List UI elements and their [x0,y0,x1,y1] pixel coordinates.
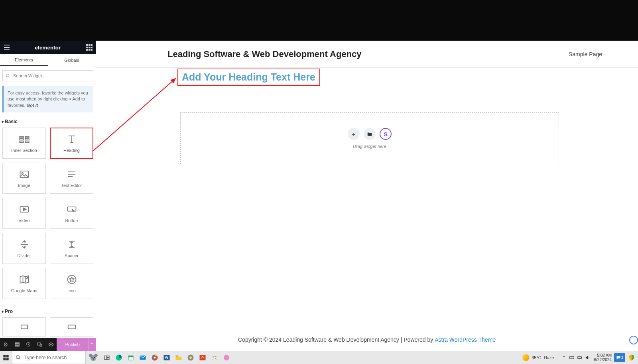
heading-widget-instance[interactable]: Add Your Heading Text Here [177,69,320,86]
widget-inner-section[interactable]: Inner Section [2,128,46,159]
tab-elements[interactable]: Elements [0,54,48,66]
taskbar-clock[interactable]: 5:02 AM 6/22/2024 [594,353,612,362]
weather-cond: Haze [544,355,554,360]
widget-button[interactable]: Button [50,198,93,229]
category-basic[interactable]: Basic [0,117,96,128]
publish-caret[interactable]: ⌃ [89,338,96,351]
svg-rect-30 [6,355,9,357]
video-icon [19,204,30,215]
chrome-icon[interactable] [149,351,161,364]
widget-pro-2[interactable] [50,317,93,336]
powerpoint-icon[interactable]: P [197,351,209,364]
svg-rect-20 [68,325,75,329]
add-section-button[interactable]: + [348,128,360,140]
tip-text: For easy access, favorite the widgets yo… [8,91,88,108]
taskbar-search[interactable]: Type here to search [12,351,86,364]
edge-icon[interactable] [113,351,125,364]
sidebar-tabs: Elements Globals [0,54,96,66]
svg-rect-43 [107,358,109,359]
notifications-button[interactable]: 3 [614,353,625,362]
svg-point-39 [94,357,95,358]
tip-gotit[interactable]: Got It [27,103,38,108]
koala-icon [88,352,98,363]
starter-button[interactable]: S [380,128,392,140]
widget-google-maps[interactable]: Google Maps [2,268,46,299]
widget-pro-1[interactable] [2,317,46,336]
tab-globals[interactable]: Globals [48,54,96,66]
drop-area[interactable]: + S Drag widget here [180,112,559,164]
search-placeholder: Type here to search [24,355,67,360]
windows-taskbar: Type here to search W P 35°C Haze [0,351,638,364]
tray-chevron-icon[interactable]: ⌃ [560,351,568,364]
divider-icon [19,239,30,250]
svg-rect-32 [6,358,9,360]
drop-hint: Drag widget here [353,144,386,149]
svg-point-51 [154,356,156,358]
widget-video[interactable]: Video [2,198,46,229]
taskbar-mascot[interactable] [86,351,101,364]
date: 6/22/2024 [594,358,612,362]
widget-heading[interactable]: Heading [50,128,93,159]
widget-label: Spacer [65,253,79,258]
widget-spacer[interactable]: Spacer [50,233,93,264]
grid-icon[interactable] [86,44,93,51]
svg-rect-42 [107,356,109,357]
svg-point-40 [93,358,94,359]
explorer-icon[interactable] [173,351,185,364]
word-icon[interactable]: W [161,351,173,364]
tray-battery-icon[interactable] [576,351,584,364]
svg-point-33 [16,355,20,358]
chat-icon [616,355,621,360]
search-input[interactable] [2,70,93,81]
weather-widget[interactable]: 35°C Haze [523,354,554,361]
widget-divider[interactable]: Divider [2,233,46,264]
security-icon[interactable] [627,353,636,362]
search-icon [6,73,10,78]
help-bubble[interactable] [629,336,638,344]
tray-volume-icon[interactable] [584,351,592,364]
svg-rect-23 [15,345,19,346]
widget-label: Icon [67,288,76,293]
svg-rect-6 [25,139,29,140]
search-wrap [0,66,96,84]
widget-text-editor[interactable]: Text Editor [50,163,93,194]
task-view-icon[interactable] [101,351,113,364]
nav-sample-page[interactable]: Sample Page [569,51,602,57]
tip-box: For easy access, favorite the widgets yo… [2,86,93,112]
history-icon[interactable] [25,340,32,348]
settings-icon[interactable]: ⚙ [2,340,9,348]
preview-icon[interactable] [47,340,54,348]
widget-label: Video [19,218,30,223]
svg-point-56 [189,356,192,359]
mail-icon[interactable] [137,351,149,364]
widget-image[interactable]: Image [2,163,46,194]
app-icon[interactable] [221,351,232,364]
widget-label: Heading [63,148,80,153]
paint-icon[interactable] [209,351,221,364]
site-title: Leading Software & Web Development Agenc… [167,49,569,59]
svg-rect-66 [577,356,581,358]
container-icon [66,321,77,333]
start-button[interactable] [0,351,12,364]
menu-icon[interactable] [4,45,10,50]
calendar-icon[interactable] [125,351,137,364]
category-pro[interactable]: Pro [0,307,96,317]
responsive-icon[interactable] [36,340,43,348]
editor-canvas: Leading Software & Web Development Agenc… [96,41,638,351]
template-button[interactable] [364,128,376,140]
svg-rect-41 [104,356,106,359]
columns-icon [19,134,30,145]
widget-icon[interactable]: Icon [50,268,93,299]
tray-keyboard-icon[interactable] [568,351,576,364]
time: 5:02 AM [594,353,612,358]
svg-rect-7 [25,141,29,143]
chrome-canary-icon[interactable] [185,351,197,364]
widget-label: Divider [17,253,31,258]
svg-rect-65 [569,356,574,359]
taskbar-right: 35°C Haze ⌃ 5:02 AM 6/22/2024 3 [523,351,638,364]
footer-link[interactable]: Astra WordPress Theme [435,336,496,343]
browser-top-bar [0,0,638,41]
navigator-icon[interactable] [14,340,20,348]
weather-temp: 35°C [532,355,542,360]
publish-button[interactable]: Publish [57,338,89,351]
